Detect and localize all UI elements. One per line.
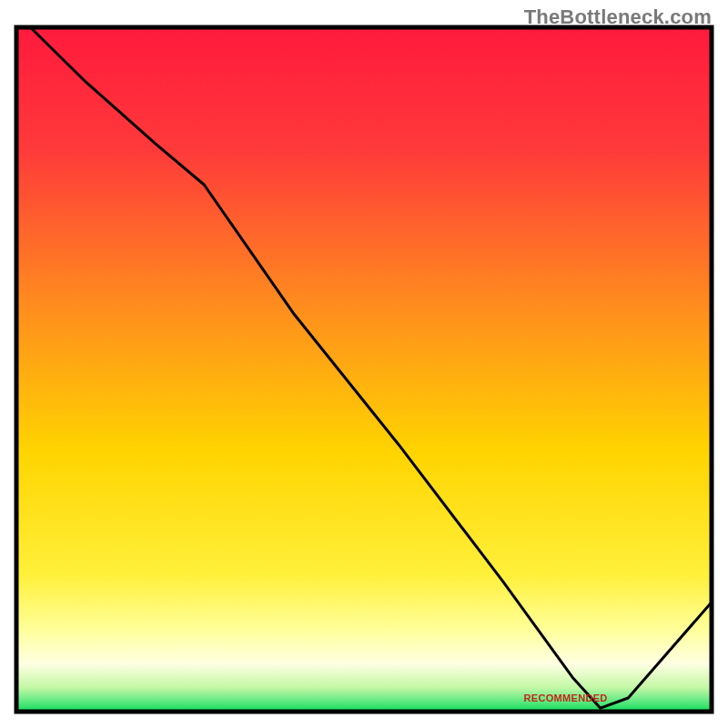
chart-container: TheBottleneck.com	[0, 0, 728, 728]
plot-background	[16, 27, 712, 712]
bottleneck-chart: RECOMMENDED	[0, 0, 728, 728]
recommended-label: RECOMMENDED	[524, 693, 608, 703]
